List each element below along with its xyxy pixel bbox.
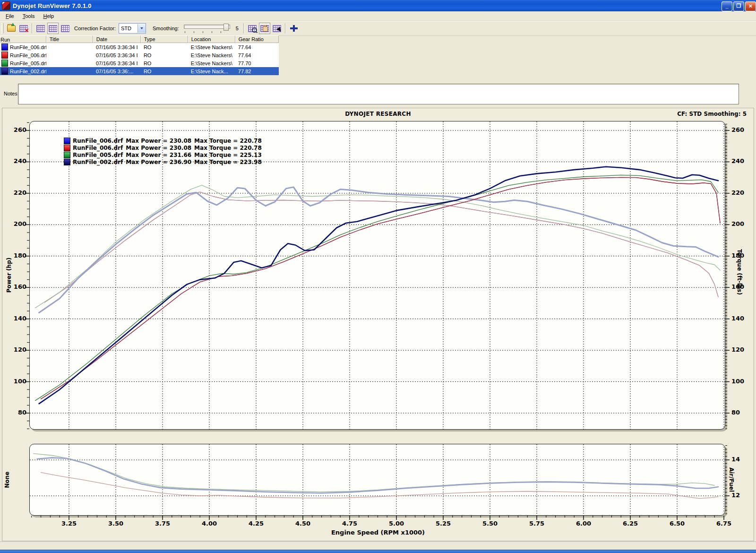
airfuel-tick-12: 12 <box>731 492 750 499</box>
toolbar-gripper <box>1 23 4 34</box>
app-window: { "window": { "title": "Dynojet RunViewe… <box>0 0 756 553</box>
torque-tick-140: 140 <box>731 315 750 322</box>
torque-006-blue-curve <box>45 192 719 302</box>
combo-drop-button[interactable] <box>137 24 146 33</box>
smoothing-slider[interactable] <box>184 23 231 34</box>
pointer-graph-button[interactable] <box>271 23 283 34</box>
toolbar-separator-3 <box>285 23 286 34</box>
power-006-red-curve <box>41 177 721 399</box>
chart-settings-readout: CF: STD Smoothing: 5 <box>677 111 747 117</box>
close-button[interactable]: × <box>745 1 756 11</box>
pan-graph-button[interactable] <box>259 23 270 34</box>
legend-max-power: Max Power = 236.90 <box>126 159 191 165</box>
legend-entry: RunFile_002.drfMax Power = 236.90Max Tor… <box>64 158 262 165</box>
menu-file[interactable]: File <box>2 12 18 20</box>
correction-factor-select[interactable]: STD <box>119 23 146 34</box>
graph-view-2-button[interactable] <box>47 23 59 34</box>
torque-tick-100: 100 <box>731 378 750 385</box>
menu-help[interactable]: Help <box>39 12 58 20</box>
torque-tick-80: 80 <box>731 409 750 416</box>
notes-input[interactable] <box>18 84 739 104</box>
main-plot-svg <box>30 121 725 429</box>
chevron-down-icon <box>140 27 143 31</box>
open-run-button[interactable] <box>6 23 17 34</box>
run-gear-ratio: 77.64 <box>235 44 279 50</box>
chart-title: DYNOJET RESEARCH <box>0 111 756 117</box>
rpm-tick-4.25: 4.25 <box>246 520 266 527</box>
slider-ticks <box>185 31 230 33</box>
run-type: RO <box>141 60 188 66</box>
rpm-tick-5.00: 5.00 <box>386 520 407 527</box>
toolbar-separator <box>32 23 33 34</box>
power-005-green-curve <box>35 175 718 400</box>
menu-tools[interactable]: Tools <box>19 12 39 20</box>
rpm-tick-4.75: 4.75 <box>339 520 360 527</box>
af-005-green-curve <box>34 454 714 492</box>
menu-bar: File Tools Help <box>0 11 756 21</box>
legend-max-torque: Max Torque = 220.78 <box>194 145 262 151</box>
legend-max-power: Max Power = 230.08 <box>126 138 191 144</box>
power-tick-200: 200 <box>10 220 26 228</box>
graph-grid-icon <box>36 25 45 32</box>
power-tick-260: 260 <box>10 126 26 134</box>
rpm-tick-6.00: 6.00 <box>573 520 594 527</box>
run-table-header: Run Title Date Type Location Gear Ratio <box>0 35 279 43</box>
restore-button[interactable]: ❐ <box>733 1 744 11</box>
app-logo-icon <box>2 1 10 10</box>
run-date: 07/16/05 3:36:... <box>93 69 141 74</box>
graph-view-3-button[interactable] <box>60 23 71 34</box>
power-tick-120: 120 <box>10 346 26 354</box>
zoom-graph-icon <box>248 25 257 32</box>
legend-file: RunFile_006.drf <box>73 145 123 151</box>
rpm-tick-3.75: 3.75 <box>152 520 173 527</box>
col-title[interactable]: Title <box>46 35 93 43</box>
rpm-tick-5.50: 5.50 <box>480 520 500 527</box>
run-gear-ratio: 77.70 <box>235 60 279 66</box>
run-file-name: RunFile_006.drf <box>10 44 46 50</box>
col-date[interactable]: Date <box>93 35 141 43</box>
airfuel-plot[interactable] <box>29 444 725 516</box>
run-type: RO <box>141 52 188 58</box>
power-tick-180: 180 <box>10 252 26 259</box>
torque-tick-220: 220 <box>731 189 750 197</box>
col-location[interactable]: Location <box>188 35 235 43</box>
torque-005-green-curve <box>35 185 720 308</box>
graph-grid-icon-pressed <box>49 25 57 32</box>
table-row[interactable]: RunFile_006.drf 07/16/05 3:36:34 I RO E:… <box>0 51 279 59</box>
rpm-tick-6.50: 6.50 <box>667 520 687 527</box>
table-row-selected[interactable]: RunFile_002.drf 07/16/05 3:36:... RO E:\… <box>0 67 279 75</box>
rpm-tick-6.25: 6.25 <box>620 520 641 527</box>
delete-run-button[interactable]: × <box>18 23 29 34</box>
slider-thumb[interactable] <box>223 24 229 31</box>
legend-swatch <box>64 145 70 151</box>
graph-view-1-button[interactable] <box>35 23 46 34</box>
col-run[interactable]: Run <box>0 35 46 43</box>
correction-factor-value: STD <box>119 26 137 31</box>
run-color-swatch <box>1 60 8 67</box>
run-color-swatch <box>1 52 8 59</box>
table-row[interactable]: RunFile_005.drf 07/16/05 3:36:34 I RO E:… <box>0 59 279 67</box>
chart-legend: RunFile_006.drfMax Power = 230.08Max Tor… <box>64 137 262 165</box>
af-002-gray-curve <box>37 458 718 493</box>
minimize-button[interactable]: _ <box>722 1 732 11</box>
col-type[interactable]: Type <box>141 35 188 43</box>
run-gear-ratio: 77.82 <box>235 69 279 74</box>
smoothing-value: 5 <box>236 26 239 31</box>
col-gear-ratio[interactable]: Gear Ratio <box>235 35 279 43</box>
legend-entry: RunFile_005.drfMax Power = 231.66Max Tor… <box>64 151 262 158</box>
torque-tick-200: 200 <box>731 220 750 228</box>
legend-max-power: Max Power = 231.66 <box>126 152 191 158</box>
torque-tick-120: 120 <box>731 346 750 354</box>
run-color-swatch <box>1 43 8 51</box>
pan-graph-icon <box>260 25 269 32</box>
rpm-tick-3.25: 3.25 <box>59 520 79 527</box>
legend-file: RunFile_002.drf <box>73 159 123 165</box>
graph-grid-icon-2 <box>61 25 69 32</box>
run-table-body: RunFile_006.drf 07/16/05 3:36:34 I RO E:… <box>0 43 279 75</box>
table-row[interactable]: RunFile_006.drf 07/16/05 3:36:34 I RO E:… <box>0 43 279 51</box>
zoom-graph-button[interactable] <box>247 23 258 34</box>
power-tick-160: 160 <box>10 283 26 291</box>
main-plot[interactable] <box>29 121 725 430</box>
overlay-runs-button[interactable] <box>288 23 300 34</box>
run-type: RO <box>141 44 188 50</box>
